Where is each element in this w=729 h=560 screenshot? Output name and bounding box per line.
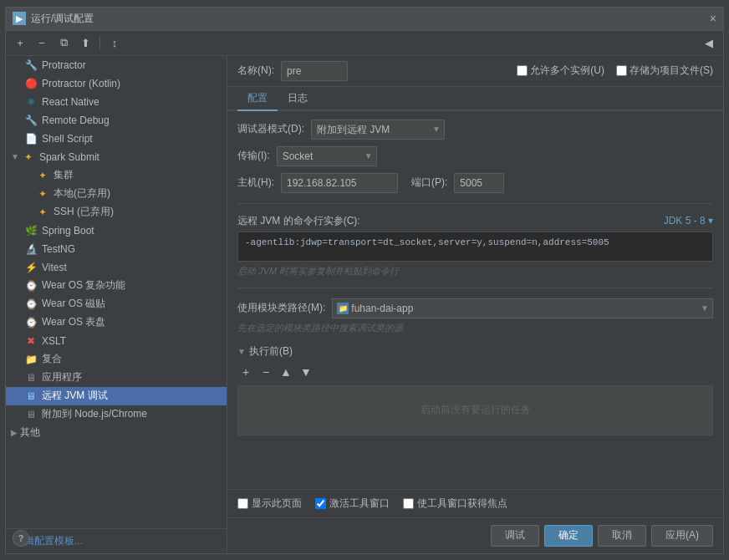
bottom-buttons: 调试 确定 取消 应用(A): [227, 517, 723, 553]
before-remove-button[interactable]: −: [257, 364, 274, 380]
name-input[interactable]: [281, 61, 348, 81]
allow-multiple-checkbox[interactable]: [517, 65, 528, 76]
add-config-button[interactable]: +: [11, 33, 29, 52]
sort-config-button[interactable]: ↕: [105, 33, 124, 52]
port-input[interactable]: [454, 173, 504, 193]
remote-jvm-icon: 🖥: [24, 389, 38, 403]
transport-select-wrapper: Socket ▼: [277, 146, 377, 166]
list-item[interactable]: ✦ 本地(已弃用): [6, 185, 227, 203]
save-as-file-checkbox[interactable]: [616, 65, 627, 76]
list-item[interactable]: 🖥 应用程序: [6, 369, 227, 387]
list-item[interactable]: ⚡ Vitest: [6, 258, 227, 277]
dialog-icon: ▶: [13, 12, 26, 25]
before-empty-area: 启动前没有要运行的任务: [237, 385, 713, 435]
jvm-section: 远程 JVM 的命令行实参(C): JDK 5 - 8 ▾ -agentlib:…: [237, 214, 713, 277]
testng-icon: 🔬: [24, 242, 38, 256]
module-row: 使用模块类路径(M): 📁 fuhan-dai-app ▼: [237, 298, 713, 318]
remote-jvm-item[interactable]: 🖥 远程 JVM 调试: [6, 387, 227, 405]
protractor-kotlin-icon: 🔴: [24, 77, 38, 90]
remote-debug-icon: 🔧: [24, 114, 38, 127]
focus-window-checkbox[interactable]: [403, 498, 414, 509]
list-item-label: Wear OS 复杂功能: [42, 278, 125, 293]
close-button[interactable]: ×: [710, 12, 716, 25]
module-select-wrapper: 📁 fuhan-dai-app ▼: [332, 298, 713, 318]
list-item[interactable]: ⌚ Wear OS 磁贴: [6, 295, 227, 313]
list-item-label: React Native: [42, 96, 99, 108]
list-item[interactable]: 📁 复合: [6, 350, 227, 369]
list-item-label: Vitest: [42, 262, 67, 273]
debugger-mode-label: 调试器模式(D):: [237, 122, 304, 136]
shell-script-icon: 📄: [24, 132, 38, 145]
ssh-icon: ✦: [36, 206, 49, 219]
transport-label: 传输(I):: [237, 149, 270, 163]
jvm-cmd-block: -agentlib:jdwp=transport=dt_socket,serve…: [237, 232, 713, 262]
expand-arrow: ▼: [11, 152, 19, 161]
list-item[interactable]: ✦ SSH (已弃用): [6, 203, 227, 221]
apply-button[interactable]: 应用(A): [651, 525, 713, 547]
debug-button[interactable]: 调试: [491, 525, 539, 547]
module-label: 使用模块类路径(M):: [237, 301, 325, 315]
vitest-icon: ⚡: [24, 261, 38, 274]
confirm-button[interactable]: 确定: [544, 525, 593, 547]
list-item[interactable]: 🌿 Spring Boot: [6, 221, 227, 240]
activate-window-checkbox[interactable]: [315, 498, 326, 509]
list-item-label: Wear OS 表盘: [42, 315, 105, 329]
transport-select[interactable]: Socket: [277, 146, 377, 166]
list-item[interactable]: ⚛ React Native: [6, 93, 227, 111]
list-item[interactable]: ▼ ✦ Spark Submit: [6, 148, 227, 166]
allow-multiple-label[interactable]: 允许多个实例(U): [517, 64, 604, 78]
cancel-button[interactable]: 取消: [598, 525, 646, 547]
list-item-label: 集群: [54, 168, 74, 182]
toolbar-divider: [99, 36, 100, 49]
before-launch-label: 执行前(B): [249, 344, 293, 359]
remove-config-button[interactable]: −: [33, 33, 51, 52]
list-item[interactable]: 🔧 Remote Debug: [6, 111, 227, 130]
save-as-file-label[interactable]: 存储为项目文件(S): [616, 64, 713, 78]
move-config-button[interactable]: ⬆: [76, 33, 94, 52]
show-page-checkbox[interactable]: [237, 498, 248, 509]
app-icon: 🖥: [24, 371, 38, 384]
tab-log[interactable]: 日志: [278, 87, 318, 111]
list-item[interactable]: ⌚ Wear OS 表盘: [6, 313, 227, 332]
config-list: 🔧 Protractor 🔴 Protractor (Kotlin) ⚛ Rea…: [6, 56, 227, 528]
header-checkboxes: 允许多个实例(U) 存储为项目文件(S): [517, 64, 713, 78]
list-item[interactable]: 📄 Shell Script: [6, 130, 227, 148]
list-item[interactable]: ▶ 其他: [6, 424, 227, 442]
tab-config[interactable]: 配置: [237, 87, 278, 111]
toolbar: + − ⧉ ⬆ ↕ ◀: [6, 31, 723, 56]
module-select[interactable]: fuhan-dai-app: [332, 298, 713, 318]
list-item-label: Spring Boot: [42, 225, 94, 237]
help-button[interactable]: ?: [13, 530, 29, 547]
list-item[interactable]: 🔧 Protractor: [6, 56, 227, 74]
module-hint: 先在选定的模块类路径中搜索调试类的源: [237, 322, 713, 334]
protractor-icon: 🔧: [24, 59, 38, 72]
list-item[interactable]: 🖥 附加到 Node.js/Chrome: [6, 405, 227, 424]
before-launch-header[interactable]: ▼ 执行前(B): [237, 344, 713, 359]
activate-window-label[interactable]: 激活工具窗口: [315, 496, 390, 511]
list-item-label: Wear OS 磁贴: [42, 297, 105, 311]
before-down-button[interactable]: ▼: [298, 364, 314, 380]
list-item-label: Shell Script: [42, 133, 93, 145]
jvm-hint: 启动 JVM 时将实参复制并粘贴到命令行: [237, 265, 713, 277]
before-up-button[interactable]: ▲: [278, 364, 294, 380]
spark-submit-icon: ✦: [22, 150, 35, 164]
list-item-label: TestNG: [42, 243, 75, 255]
show-page-label[interactable]: 显示此页面: [237, 496, 302, 511]
copy-config-button[interactable]: ⧉: [54, 33, 73, 52]
jdk-badge[interactable]: JDK 5 - 8 ▾: [664, 215, 713, 227]
list-item[interactable]: ⌚ Wear OS 复杂功能: [6, 277, 227, 295]
dialog-title: 运行/调试配置: [31, 12, 94, 26]
list-item[interactable]: ✦ 集群: [6, 166, 227, 185]
debugger-mode-select[interactable]: 附加到远程 JVM: [311, 120, 445, 140]
name-row: 名称(N): 允许多个实例(U) 存储为项目文件(S): [227, 56, 723, 87]
cluster-icon: ✦: [36, 169, 49, 182]
focus-window-label[interactable]: 使工具窗口获得焦点: [403, 496, 507, 511]
expand-button[interactable]: ◀: [700, 33, 718, 52]
list-item[interactable]: ✖ XSLT: [6, 332, 227, 350]
list-item[interactable]: 🔴 Protractor (Kotlin): [6, 74, 227, 93]
host-input[interactable]: [281, 173, 398, 193]
before-add-button[interactable]: +: [237, 364, 254, 380]
list-item-label: 其他: [20, 425, 40, 440]
list-item-label: 附加到 Node.js/Chrome: [42, 407, 147, 421]
list-item[interactable]: 🔬 TestNG: [6, 240, 227, 258]
